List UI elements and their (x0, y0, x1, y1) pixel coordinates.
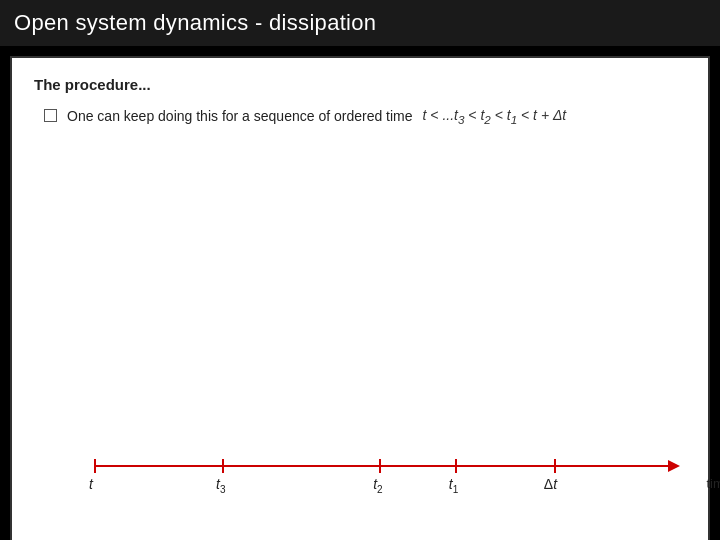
bullet-label: One can keep doing this for a sequence o… (67, 108, 413, 124)
label-t2: t2 (373, 476, 382, 495)
header-bar: Open system dynamics - dissipation (0, 0, 720, 46)
math-expression: t < ...t3 < t2 < t1 < t + Δt (423, 107, 567, 126)
label-t1: t1 (449, 476, 458, 495)
tick-delta (554, 459, 556, 473)
bullet-text: One can keep doing this for a sequence o… (67, 107, 566, 126)
tick-t1 (455, 459, 457, 473)
tick-t (94, 459, 96, 473)
timeline-labels: t t3 t2 t1 Δt time (94, 476, 676, 504)
checkbox-icon (44, 109, 57, 122)
ticks-overlay (94, 456, 676, 476)
procedure-heading: The procedure... (34, 76, 686, 93)
label-t: t (89, 476, 93, 492)
slide-title: Open system dynamics - dissipation (14, 10, 376, 36)
timeline-line-container (34, 456, 686, 476)
tick-t2 (379, 459, 381, 473)
bullet-item: One can keep doing this for a sequence o… (44, 107, 686, 126)
tick-t3 (222, 459, 224, 473)
slide-content-area: The procedure... One can keep doing this… (10, 56, 710, 540)
label-t3: t3 (216, 476, 225, 495)
label-time: time (706, 476, 720, 491)
timeline: t t3 t2 t1 Δt time (34, 456, 686, 504)
label-delta: Δt (544, 476, 557, 492)
